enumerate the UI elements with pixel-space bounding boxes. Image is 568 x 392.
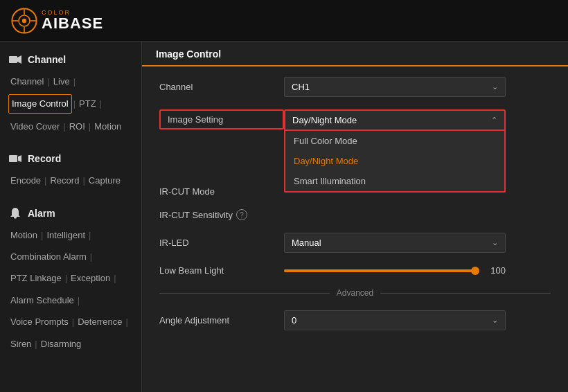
channel-select[interactable]: CH1 ⌄ [284, 77, 506, 97]
ir-led-label: IR-LED [159, 238, 284, 248]
channel-chevron-icon: ⌄ [492, 82, 498, 91]
content-area: Image Control Channel CH1 ⌄ Image Settin… [142, 42, 568, 392]
alarm-nav-row-1: Motion | Intelligent | [0, 224, 141, 246]
sidebar-item-roi[interactable]: ROI [67, 118, 87, 135]
content-header: Image Control [142, 42, 568, 66]
image-setting-chevron-icon: ⌃ [491, 116, 497, 125]
low-beam-light-slider-track [284, 269, 479, 272]
sidebar-section-title-channel: Channel [0, 48, 141, 71]
channel-value: CH1 [292, 82, 310, 92]
record-section-label: Record [28, 153, 61, 164]
channel-control: CH1 ⌄ [284, 77, 506, 97]
alarm-nav-row-2: Combination Alarm | [0, 246, 141, 267]
alarm-nav-row-6: Siren | Disarming [0, 333, 141, 355]
ir-cut-sensitivity-row: IR-CUT Sensitivity ? [159, 209, 551, 220]
record-nav-row-1: Encode | Record | Capture [0, 170, 141, 191]
channel-row: Channel CH1 ⌄ [159, 77, 551, 97]
channel-nav-row-2: Image Control | PTZ | [0, 92, 141, 115]
sidebar-item-live[interactable]: Live [51, 73, 72, 90]
channel-section-label: Channel [28, 54, 66, 65]
low-beam-light-label: Low Beam Light [159, 265, 284, 276]
angle-adjustment-control: 0 ⌄ [284, 310, 506, 330]
main-layout: Channel Channel | Live | Image Control |… [0, 42, 568, 392]
dropdown-item-smart-illumination[interactable]: Smart Illumination [285, 171, 504, 191]
sidebar-item-motion-channel[interactable]: Motion [92, 118, 123, 135]
sidebar-item-ptz-linkage[interactable]: PTZ Linkage [8, 269, 64, 287]
image-setting-dropdown-menu: Full Color Mode Day/Night Mode Smart Ill… [284, 131, 506, 193]
ir-led-value: Manual [292, 238, 321, 248]
alarm-section-label: Alarm [28, 208, 55, 219]
alarm-nav-row-5: Voice Prompts | Deterrence | [0, 311, 141, 332]
sidebar: Channel Channel | Live | Image Control |… [0, 42, 142, 392]
sidebar-item-record[interactable]: Record [48, 172, 81, 189]
advanced-divider: Advanced [159, 288, 551, 298]
svg-marker-10 [18, 155, 21, 162]
ir-led-select[interactable]: Manual ⌄ [284, 233, 506, 253]
low-beam-light-slider-container: 100 [284, 265, 506, 276]
ir-led-row: IR-LED Manual ⌄ [159, 233, 551, 253]
page-title: Image Control [156, 48, 221, 65]
low-beam-light-slider-fill [284, 269, 479, 272]
image-setting-control: Day/Night Mode ⌃ Full Color Mode Day/Nig… [284, 109, 506, 131]
ir-led-control: Manual ⌄ [284, 233, 506, 253]
svg-rect-7 [9, 56, 17, 63]
logo-text: AIBASE [42, 16, 103, 31]
angle-adjustment-chevron-icon: ⌄ [492, 316, 498, 325]
sidebar-item-encode[interactable]: Encode [8, 172, 43, 189]
svg-rect-9 [9, 155, 17, 162]
ir-cut-sensitivity-label: IR-CUT Sensitivity ? [159, 209, 284, 220]
image-setting-label: Image Setting [159, 109, 284, 130]
sidebar-item-video-cover[interactable]: Video Cover [8, 118, 62, 135]
low-beam-light-slider-thumb[interactable] [471, 267, 479, 275]
content-body: Channel CH1 ⌄ Image Setting Day/Night Mo… [142, 66, 568, 392]
sidebar-item-deterrence[interactable]: Deterrence [76, 313, 124, 330]
sidebar-item-channel[interactable]: Channel [8, 73, 46, 90]
svg-point-2 [22, 18, 26, 22]
low-beam-light-value: 100 [485, 265, 506, 276]
logo: COLOR AIBASE [10, 7, 103, 35]
ir-led-chevron-icon: ⌄ [492, 238, 498, 247]
ir-cut-mode-label: IR-CUT Mode [159, 186, 284, 197]
sidebar-section-record: Record Encode | Record | Capture [0, 141, 141, 195]
advanced-label: Advanced [337, 288, 373, 298]
sidebar-item-ptz[interactable]: PTZ [77, 95, 98, 112]
logo-icon [10, 7, 38, 35]
sidebar-section-alarm: Alarm Motion | Intelligent | Combination… [0, 195, 141, 358]
video-camera-icon [8, 53, 22, 66]
alarm-nav-row-4: Alarm Schedule | [0, 289, 141, 311]
channel-nav-row-1: Channel | Live | [0, 71, 141, 92]
alarm-nav-row-3: PTZ Linkage | Exception | [0, 267, 141, 289]
channel-nav-row-3: Video Cover | ROI | Motion [0, 116, 141, 137]
alarm-icon [8, 206, 22, 220]
help-icon[interactable]: ? [236, 209, 247, 220]
sidebar-section-title-alarm: Alarm [0, 202, 141, 224]
sidebar-section-channel: Channel Channel | Live | Image Control |… [0, 42, 141, 141]
sidebar-item-voice-prompts[interactable]: Voice Prompts [8, 313, 71, 330]
svg-rect-11 [14, 217, 17, 219]
sidebar-item-combination-alarm[interactable]: Combination Alarm [8, 248, 89, 265]
header: COLOR AIBASE [0, 0, 568, 42]
low-beam-light-row: Low Beam Light 100 [159, 265, 551, 276]
sidebar-item-intelligent[interactable]: Intelligent [44, 226, 87, 244]
sidebar-item-image-control[interactable]: Image Control [8, 94, 72, 113]
sidebar-item-motion[interactable]: Motion [8, 226, 39, 244]
advanced-line-right [380, 293, 551, 294]
record-icon [8, 152, 22, 166]
angle-adjustment-label: Angle Adjustment [159, 315, 284, 326]
angle-adjustment-row: Angle Adjustment 0 ⌄ [159, 310, 551, 330]
image-setting-value: Day/Night Mode [292, 115, 357, 125]
sidebar-item-disarming[interactable]: Disarming [39, 335, 84, 353]
sidebar-item-siren[interactable]: Siren [8, 335, 33, 353]
sidebar-item-alarm-schedule[interactable]: Alarm Schedule [8, 292, 76, 309]
image-setting-row: Image Setting Day/Night Mode ⌃ Full Colo… [159, 109, 551, 131]
channel-label: Channel [159, 82, 284, 92]
dropdown-item-day-night[interactable]: Day/Night Mode [285, 151, 504, 171]
svg-marker-8 [17, 55, 21, 64]
angle-adjustment-select[interactable]: 0 ⌄ [284, 310, 506, 330]
advanced-line-left [159, 293, 330, 294]
sidebar-item-exception[interactable]: Exception [69, 269, 112, 287]
dropdown-item-full-color[interactable]: Full Color Mode [285, 131, 504, 151]
sidebar-item-capture[interactable]: Capture [87, 172, 123, 189]
image-setting-select[interactable]: Day/Night Mode ⌃ [284, 109, 506, 131]
sidebar-section-title-record: Record [0, 148, 141, 170]
